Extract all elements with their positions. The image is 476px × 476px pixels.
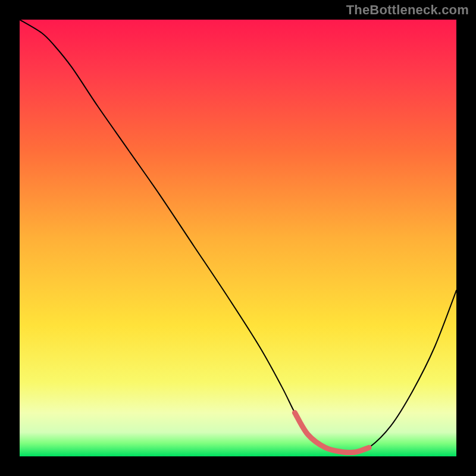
watermark-text: TheBottleneck.com [346, 2, 469, 18]
plot-area [20, 20, 456, 456]
gradient-background [20, 20, 456, 456]
chart-container: TheBottleneck.com [0, 0, 476, 476]
chart-svg [20, 20, 456, 456]
